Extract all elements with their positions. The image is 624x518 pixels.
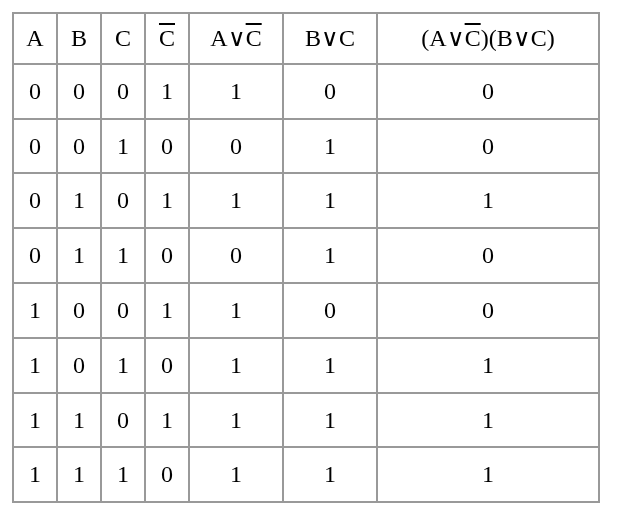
cell-C: 1 [101,447,145,502]
cell-B: 1 [57,173,101,228]
cell-B: 0 [57,64,101,119]
table-row: 0 0 1 0 0 1 0 [13,119,599,174]
cell-A: 0 [13,64,57,119]
cell-C: 1 [101,119,145,174]
cell-A-or-not-C: 1 [189,283,283,338]
table-row: 0 1 1 0 0 1 0 [13,228,599,283]
cell-A: 1 [13,393,57,448]
table-row: 1 0 0 1 1 0 0 [13,283,599,338]
cell-A: 1 [13,283,57,338]
cell-product: 1 [377,393,599,448]
cell-B-or-C: 1 [283,447,377,502]
cell-C: 1 [101,228,145,283]
cell-A-or-not-C: 1 [189,173,283,228]
truth-table: A B C C A∨C B∨C (A∨C)(B∨C) 0 0 0 1 1 0 0… [12,12,600,503]
col-header-A-or-not-C: A∨C [189,13,283,64]
cell-B-or-C: 1 [283,119,377,174]
col-header-B: B [57,13,101,64]
cell-B-or-C: 0 [283,64,377,119]
cell-product: 1 [377,338,599,393]
cell-B-or-C: 1 [283,173,377,228]
cell-B-or-C: 0 [283,283,377,338]
cell-B: 0 [57,283,101,338]
cell-A-or-not-C: 0 [189,228,283,283]
cell-B-or-C: 1 [283,393,377,448]
cell-A-or-not-C: 1 [189,338,283,393]
cell-product: 0 [377,283,599,338]
cell-not-C: 1 [145,283,189,338]
cell-B: 1 [57,228,101,283]
col-header-C: C [101,13,145,64]
cell-not-C: 0 [145,338,189,393]
cell-B: 0 [57,119,101,174]
cell-not-C: 1 [145,393,189,448]
col-header-product: (A∨C)(B∨C) [377,13,599,64]
table-row: 1 1 0 1 1 1 1 [13,393,599,448]
table-row: 0 1 0 1 1 1 1 [13,173,599,228]
cell-A: 1 [13,447,57,502]
cell-A-or-not-C: 1 [189,64,283,119]
cell-not-C: 1 [145,173,189,228]
cell-A: 0 [13,173,57,228]
cell-A: 1 [13,338,57,393]
cell-C: 0 [101,173,145,228]
table-row: 1 1 1 0 1 1 1 [13,447,599,502]
col-header-not-C: C [145,13,189,64]
cell-not-C: 0 [145,228,189,283]
cell-A-or-not-C: 0 [189,119,283,174]
cell-B: 1 [57,447,101,502]
cell-C: 0 [101,393,145,448]
cell-A: 0 [13,119,57,174]
cell-not-C: 1 [145,64,189,119]
cell-B: 0 [57,338,101,393]
cell-product: 0 [377,228,599,283]
table-header-row: A B C C A∨C B∨C (A∨C)(B∨C) [13,13,599,64]
col-header-A: A [13,13,57,64]
cell-B: 1 [57,393,101,448]
table-row: 0 0 0 1 1 0 0 [13,64,599,119]
cell-not-C: 0 [145,119,189,174]
cell-not-C: 0 [145,447,189,502]
cell-B-or-C: 1 [283,228,377,283]
cell-product: 0 [377,119,599,174]
cell-A-or-not-C: 1 [189,393,283,448]
col-header-B-or-C: B∨C [283,13,377,64]
cell-B-or-C: 1 [283,338,377,393]
cell-C: 1 [101,338,145,393]
table-row: 1 0 1 0 1 1 1 [13,338,599,393]
cell-A: 0 [13,228,57,283]
cell-product: 1 [377,173,599,228]
cell-product: 1 [377,447,599,502]
cell-product: 0 [377,64,599,119]
cell-C: 0 [101,64,145,119]
cell-A-or-not-C: 1 [189,447,283,502]
not-c-symbol: C [159,25,175,51]
cell-C: 0 [101,283,145,338]
